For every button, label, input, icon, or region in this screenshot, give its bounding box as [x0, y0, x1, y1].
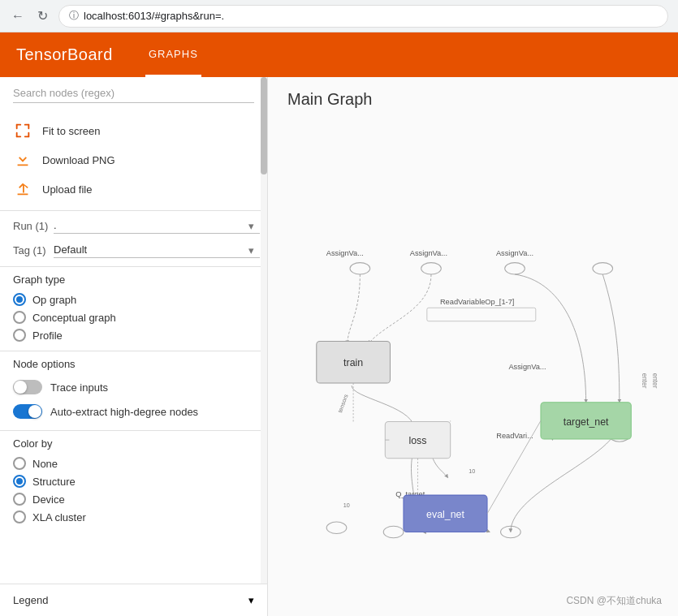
svg-rect-5	[16, 132, 18, 137]
upload-file-label: Upload file	[42, 183, 92, 196]
svg-text:10: 10	[469, 467, 475, 475]
download-png-button[interactable]: Download PNG	[0, 145, 267, 174]
auto-extract-row: Auto-extract high-degree nodes	[0, 399, 267, 424]
svg-text:loss: loss	[408, 435, 426, 446]
divider-3	[0, 351, 267, 351]
radio-conceptual-graph[interactable]: Conceptual graph	[13, 308, 254, 326]
svg-text:train: train	[343, 357, 363, 368]
trace-inputs-toggle[interactable]	[13, 380, 42, 394]
svg-rect-20	[427, 308, 536, 321]
tag-label: Tag (1)	[13, 244, 54, 256]
radio-op-graph-inner	[16, 296, 23, 303]
color-none[interactable]: None	[13, 454, 254, 472]
trace-inputs-label: Trace inputs	[50, 381, 108, 394]
color-by-title: Color by	[0, 437, 267, 450]
upload-file-button[interactable]: Upload file	[0, 174, 267, 204]
graph-type-title: Graph type	[0, 274, 267, 286]
scrollbar-thumb[interactable]	[261, 77, 267, 174]
watermark: CSDN @不知道chuka	[566, 594, 662, 608]
color-xla-label: XLA cluster	[32, 511, 86, 523]
app-title: TensorBoard	[16, 45, 113, 64]
legend-chevron: ▾	[248, 594, 254, 606]
svg-text:AssignVa...: AssignVa...	[508, 363, 546, 371]
color-device-outer	[13, 493, 26, 506]
graph-svg: AssignVa... AssignVa... AssignVa... Read…	[268, 122, 678, 616]
svg-text:enter: enter	[651, 373, 659, 389]
svg-rect-7	[28, 132, 29, 137]
svg-point-10	[505, 263, 525, 274]
run-select[interactable]: .	[54, 218, 260, 234]
radio-op-graph-label: Op graph	[32, 294, 76, 306]
app-header: TensorBoard GRAPHS	[0, 32, 678, 77]
svg-text:eval_net: eval_net	[426, 509, 464, 520]
color-by-group: None Structure Device XLA cluster	[0, 454, 267, 526]
main-layout: Fit to screen Download PNG Upload file R…	[0, 77, 678, 616]
run-dropdown-row: Run (1) . ▾	[0, 218, 267, 234]
auto-extract-toggle[interactable]	[13, 404, 42, 419]
download-png-label: Download PNG	[42, 154, 115, 166]
legend-bar[interactable]: Legend ▾	[0, 584, 267, 616]
tag-select[interactable]: Default	[54, 242, 260, 258]
refresh-button[interactable]: ↻	[34, 8, 50, 24]
svg-point-13	[326, 522, 347, 533]
radio-profile-label: Profile	[32, 330, 63, 342]
svg-text:AssignVa...: AssignVa...	[326, 249, 364, 257]
svg-rect-3	[28, 124, 29, 129]
browser-bar: ← ↻ ⓘ localhost:6013/#graphs&run=.	[0, 0, 678, 32]
run-label: Run (1)	[13, 220, 54, 232]
legend-label: Legend	[13, 594, 48, 606]
graph-title: Main Graph	[268, 77, 678, 122]
svg-text:10: 10	[343, 502, 350, 509]
radio-op-graph[interactable]: Op graph	[13, 291, 254, 308]
graph-canvas[interactable]: AssignVa... AssignVa... AssignVa... Read…	[268, 122, 678, 616]
color-xla-outer	[13, 510, 26, 523]
upload-icon	[13, 179, 32, 199]
svg-point-14	[383, 526, 404, 537]
color-xla[interactable]: XLA cluster	[13, 508, 254, 526]
auto-extract-thumb	[28, 405, 41, 418]
sidebar: Fit to screen Download PNG Upload file R…	[0, 77, 268, 616]
svg-point-9	[421, 263, 442, 274]
trace-inputs-row: Trace inputs	[0, 375, 267, 399]
node-options-title: Node options	[0, 358, 267, 370]
divider-2	[0, 266, 267, 267]
fit-to-screen-button[interactable]: Fit to screen	[0, 116, 267, 145]
divider-1	[0, 210, 267, 211]
secure-icon: ⓘ	[69, 9, 79, 23]
radio-profile[interactable]: Profile	[13, 326, 254, 344]
color-structure-inner	[16, 478, 23, 485]
svg-text:enter: enter	[641, 373, 648, 389]
graphs-tab[interactable]: GRAPHS	[145, 32, 201, 77]
radio-conceptual-graph-label: Conceptual graph	[32, 312, 116, 324]
svg-text:target_net: target_net	[564, 416, 609, 428]
radio-op-graph-outer	[13, 293, 26, 306]
color-device-label: Device	[32, 493, 65, 506]
svg-rect-1	[16, 124, 18, 129]
auto-extract-label: Auto-extract high-degree nodes	[50, 406, 198, 418]
graph-area: Main Graph AssignVa... AssignVa... Assig…	[268, 77, 678, 616]
tag-dropdown-row: Tag (1) Default ▾	[0, 242, 267, 258]
color-none-outer	[13, 457, 26, 470]
svg-text:AssignVa...: AssignVa...	[496, 249, 533, 257]
svg-text:AssignVa...: AssignVa...	[410, 249, 447, 257]
color-none-label: None	[32, 458, 58, 470]
trace-inputs-thumb	[14, 381, 27, 394]
color-structure-outer	[13, 475, 26, 488]
color-structure[interactable]: Structure	[13, 472, 254, 490]
divider-4	[0, 430, 267, 431]
fit-to-screen-label: Fit to screen	[42, 125, 101, 137]
radio-conceptual-graph-outer	[13, 311, 26, 324]
svg-text:ReadVari...: ReadVari...	[496, 432, 533, 440]
color-device[interactable]: Device	[13, 490, 254, 508]
svg-text:tensors: tensors	[336, 393, 350, 414]
scrollbar-track[interactable]	[261, 77, 267, 616]
fit-to-screen-icon	[13, 121, 32, 140]
search-box	[13, 87, 254, 103]
svg-point-11	[593, 263, 613, 274]
url-text: localhost:6013/#graphs&run=.	[84, 10, 224, 22]
svg-point-8	[350, 263, 370, 274]
radio-profile-outer	[13, 329, 26, 342]
address-bar[interactable]: ⓘ localhost:6013/#graphs&run=.	[58, 5, 668, 28]
back-button[interactable]: ←	[10, 8, 26, 24]
search-input[interactable]	[13, 87, 254, 99]
